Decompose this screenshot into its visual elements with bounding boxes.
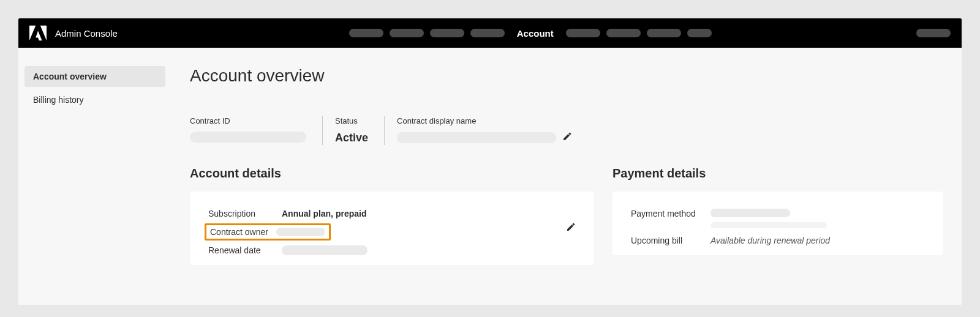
payment-method-row: Payment method [631,205,925,232]
payment-method-detail-redacted [710,222,827,228]
payment-details-card: Payment method Upcoming bill Available d… [612,192,943,255]
display-name-block: Contract display name [384,116,588,145]
display-name-value-redacted [397,132,556,143]
status-block: Status Active [322,116,384,145]
contract-id-block: Contract ID [190,116,322,145]
app-frame: Admin Console Account Account overview B… [18,18,962,305]
nav-item-placeholder[interactable] [390,29,424,37]
details-columns: Account details Subscription Annual plan… [190,166,943,265]
contract-id-label: Contract ID [190,116,306,125]
payment-method-label: Payment method [631,209,710,218]
status-value: Active [335,132,368,144]
subscription-row: Subscription Annual plan, prepaid [208,205,576,222]
contract-owner-row: Contract owner [208,222,576,242]
account-details-col: Account details Subscription Annual plan… [190,166,594,265]
upcoming-bill-row: Upcoming bill Available during renewal p… [631,232,925,249]
sidebar-item-label: Account overview [33,72,107,81]
pencil-icon [566,222,576,232]
upcoming-bill-label: Upcoming bill [631,236,710,245]
sidebar-item-account-overview[interactable]: Account overview [24,66,165,87]
topbar: Admin Console Account [18,18,962,48]
nav-item-placeholder[interactable] [430,29,464,37]
topbar-right [916,29,951,37]
main: Account overview Contract ID Status Acti… [172,48,962,305]
subscription-label: Subscription [208,209,282,218]
app-title: Admin Console [55,28,118,39]
contract-owner-highlight: Contract owner [205,223,331,241]
account-details-card: Subscription Annual plan, prepaid Contra… [190,192,594,265]
nav-item-placeholder[interactable] [687,29,712,37]
edit-account-details-button[interactable] [566,222,576,234]
topbar-right-placeholder[interactable] [916,29,951,37]
nav-item-placeholder[interactable] [349,29,383,37]
nav-item-account[interactable]: Account [511,28,560,39]
payment-details-heading: Payment details [612,166,943,181]
nav-item-placeholder[interactable] [566,29,600,37]
sidebar-item-label: Billing history [33,95,83,105]
renewal-date-row: Renewal date [208,242,576,259]
nav-item-placeholder[interactable] [606,29,641,37]
subscription-value: Annual plan, prepaid [282,209,366,218]
nav-item-placeholder[interactable] [470,29,505,37]
pencil-icon [562,132,572,141]
renewal-date-value-redacted [282,245,368,255]
payment-details-col: Payment details Payment method Upcoming … [612,166,943,255]
contract-meta-row: Contract ID Status Active Contract displ… [190,116,943,145]
top-nav: Account [349,28,712,39]
page-title: Account overview [190,66,943,86]
contract-owner-value-redacted [276,228,325,236]
contract-id-value-redacted [190,132,306,143]
upcoming-bill-value: Available during renewal period [710,236,830,245]
renewal-date-label: Renewal date [208,245,282,255]
payment-method-value-redacted [710,209,790,217]
status-label: Status [335,116,368,125]
body: Account overview Billing history Account… [18,48,962,305]
contract-owner-label: Contract owner [210,227,276,237]
account-details-heading: Account details [190,166,594,181]
display-name-label: Contract display name [397,116,572,125]
edit-display-name-button[interactable] [562,132,572,144]
nav-item-placeholder[interactable] [647,29,681,37]
sidebar-item-billing-history[interactable]: Billing history [24,89,165,110]
adobe-logo-icon [29,25,47,41]
sidebar: Account overview Billing history [18,48,172,305]
